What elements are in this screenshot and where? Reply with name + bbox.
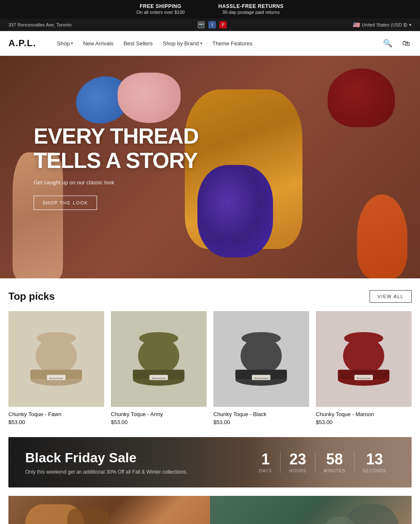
instagram-icon[interactable]: 📷 [197, 21, 205, 29]
hero-content: EVERY THREAD TELLS A STORY Get caught up… [0, 124, 232, 210]
announcement-bar: FREE SHIPPING On all orders over $100 HA… [0, 0, 420, 18]
nav-shop-label: Shop [57, 40, 70, 47]
pinterest-icon[interactable]: P [219, 21, 227, 29]
section-title: Top picks [8, 291, 55, 302]
countdown-days-label: DAYS [259, 469, 272, 473]
nav-best-sellers-label: Best Sellers [123, 40, 152, 47]
nav-links: Shop ▾ New Arrivals Best Sellers Shop by… [53, 38, 381, 49]
sweater-decoration-right [210, 496, 412, 524]
nav-new-arrivals[interactable]: New Arrivals [79, 38, 118, 49]
countdown-seconds-value: 13 [363, 452, 386, 467]
hero-title-line1: EVERY THREAD [34, 124, 199, 148]
countdown-hours-label: HOURS [289, 469, 306, 473]
countdown-seconds-label: SECONDS [363, 469, 386, 473]
section-header: Top picks VIEW ALL [8, 290, 412, 303]
hat-pink-decoration [118, 73, 181, 123]
facebook-icon[interactable]: f [208, 21, 216, 29]
product-card-black[interactable]: Muttonhead Chunky Toque - Black $53.00 [213, 311, 309, 425]
main-nav: A.P.L. Shop ▾ New Arrivals Best Sellers … [0, 31, 420, 56]
bf-content: Black Friday Sale Only this weekend get … [25, 450, 251, 475]
svg-point-10 [139, 332, 178, 344]
countdown-days: 1 DAYS [251, 452, 281, 473]
sweater-shape-2 [67, 508, 109, 524]
svg-point-17 [242, 332, 281, 344]
svg-point-3 [37, 332, 76, 344]
bottom-tile-right[interactable] [210, 496, 412, 524]
hero-title-line2: TELLS A STORY [34, 148, 198, 173]
product-name-fawn: Chunky Toque - Fawn [8, 411, 104, 417]
product-card-army[interactable]: Muttonhead Chunky Toque - Army $53.00 [111, 311, 207, 425]
hero-section: EVERY THREAD TELLS A STORY Get caught up… [0, 56, 420, 278]
logo[interactable]: A.P.L. [8, 38, 36, 49]
bf-countdown: 1 DAYS 23 HOURS 58 MINUTES 13 SECONDS [251, 452, 395, 473]
svg-text:Muttonhead: Muttonhead [50, 377, 63, 380]
announcement-shipping-text: On all orders over $100 [136, 10, 185, 15]
nav-shop[interactable]: Shop ▾ [53, 38, 77, 49]
product-price-fawn: $53.00 [8, 419, 104, 425]
hero-cta-button[interactable]: SHOP THE LOOK [34, 196, 97, 210]
currency-label: United States (USD $) [362, 22, 407, 27]
brand-chevron-icon: ▾ [200, 41, 202, 45]
nav-best-sellers[interactable]: Best Sellers [119, 38, 157, 49]
product-price-army: $53.00 [111, 419, 207, 425]
announcement-returns: HASSLE-FREE RETURNS 30-day postage paid … [218, 3, 284, 15]
product-image-black: Muttonhead [213, 311, 309, 407]
chevron-down-icon: ▾ [409, 22, 412, 28]
currency-selector[interactable]: 🇺🇸 United States (USD $) ▾ [353, 21, 412, 28]
product-card-fawn[interactable]: Muttonhead Chunky Toque - Fawn $53.00 [8, 311, 104, 425]
countdown-days-value: 1 [259, 452, 272, 467]
product-name-army: Chunky Toque - Army [111, 411, 207, 417]
nav-shop-by-brand[interactable]: Shop by Brand ▾ [159, 38, 207, 49]
black-friday-banner[interactable]: Black Friday Sale Only this weekend get … [8, 437, 412, 487]
product-name-black: Chunky Toque - Black [213, 411, 309, 417]
svg-text:Muttonhead: Muttonhead [152, 377, 166, 380]
nav-shop-by-brand-label: Shop by Brand [163, 40, 199, 47]
secondary-bar: 337 Roncesvalles Ave, Toronto 📷 f P 🇺🇸 U… [0, 18, 420, 31]
svg-text:Muttonhead: Muttonhead [357, 377, 371, 380]
hero-subtitle: Get caught up on our classic look [34, 179, 199, 186]
product-price-maroon: $53.00 [316, 419, 412, 425]
hero-title: EVERY THREAD TELLS A STORY [34, 124, 199, 172]
countdown-minutes-label: MINUTES [324, 469, 346, 473]
bf-title: Black Friday Sale [25, 450, 251, 466]
product-image-army: Muttonhead [111, 311, 207, 407]
nav-new-arrivals-label: New Arrivals [83, 40, 113, 47]
svg-text:Muttonhead: Muttonhead [255, 377, 268, 380]
countdown-hours-value: 23 [289, 452, 306, 467]
hat-maroon-decoration [328, 68, 395, 127]
flag-icon: 🇺🇸 [353, 21, 360, 28]
bottom-grid: LIMITED TIME The Original [8, 496, 412, 524]
bottom-tile-left[interactable]: LIMITED TIME The Original [8, 496, 210, 524]
countdown-minutes-value: 58 [324, 452, 346, 467]
search-button[interactable]: 🔍 [381, 37, 394, 50]
sweater-decoration-left [8, 496, 210, 524]
shop-chevron-icon: ▾ [71, 41, 73, 45]
bf-subtitle: Only this weekend get an additional 30% … [25, 469, 251, 475]
top-picks-section: Top picks VIEW ALL Muttonhead Chunky Toq… [0, 278, 420, 437]
countdown-hours: 23 HOURS [281, 452, 315, 473]
announcement-returns-title: HASSLE-FREE RETURNS [218, 3, 284, 9]
product-price-black: $53.00 [213, 419, 309, 425]
svg-point-24 [344, 332, 383, 344]
countdown-minutes: 58 MINUTES [315, 452, 354, 473]
hat-orange-decoration [357, 194, 407, 278]
product-image-maroon: Muttonhead [316, 311, 412, 407]
product-image-fawn: Muttonhead [8, 311, 104, 407]
countdown-seconds: 13 SECONDS [354, 452, 395, 473]
announcement-shipping: FREE SHIPPING On all orders over $100 [136, 3, 185, 15]
nav-actions: 🔍 🛍 [381, 37, 412, 50]
announcement-shipping-title: FREE SHIPPING [136, 3, 185, 9]
products-grid: Muttonhead Chunky Toque - Fawn $53.00 Mu… [8, 311, 412, 425]
view-all-button[interactable]: VIEW ALL [370, 290, 412, 303]
product-card-maroon[interactable]: Muttonhead Chunky Toque - Maroon $53.00 [316, 311, 412, 425]
product-name-maroon: Chunky Toque - Maroon [316, 411, 412, 417]
cart-button[interactable]: 🛍 [401, 37, 412, 50]
nav-theme-features-label: Theme Features [213, 40, 252, 47]
announcement-returns-text: 30-day postage paid returns [222, 10, 280, 15]
store-address: 337 Roncesvalles Ave, Toronto [8, 22, 72, 27]
nav-theme-features[interactable]: Theme Features [208, 38, 257, 49]
social-icons: 📷 f P [197, 21, 227, 29]
